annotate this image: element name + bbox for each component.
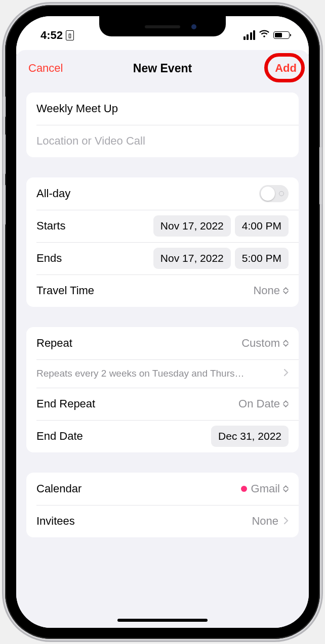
allday-toggle[interactable] <box>259 185 289 202</box>
end-repeat-value: On Date <box>238 397 280 410</box>
starts-time-picker[interactable]: 4:00 PM <box>235 215 289 237</box>
calendar-value: Gmail <box>251 482 280 495</box>
ends-label: Ends <box>36 252 62 265</box>
location-placeholder: Location or Video Call <box>36 134 145 148</box>
repeat-value: Custom <box>241 337 280 350</box>
allday-label: All-day <box>36 187 70 200</box>
starts-row: Starts Nov 17, 2022 4:00 PM <box>26 210 299 242</box>
invitees-row[interactable]: Invitees None <box>26 505 299 537</box>
time-group: All-day Starts Nov 17, 2022 4:00 PM Ends… <box>26 177 299 307</box>
title-location-group: Location or Video Call <box>26 93 299 157</box>
event-location-row[interactable]: Location or Video Call <box>26 125 299 157</box>
travel-time-value: None <box>253 284 280 297</box>
travel-time-label: Travel Time <box>36 284 94 297</box>
calendar-group: Calendar Gmail Invitees None <box>26 473 299 537</box>
cellular-icon <box>243 30 256 40</box>
invitees-label: Invitees <box>36 515 75 528</box>
status-left: 4:52 ▯ <box>40 29 74 42</box>
starts-date-picker[interactable]: Nov 17, 2022 <box>153 215 231 237</box>
allday-row[interactable]: All-day <box>26 177 299 210</box>
updown-icon <box>283 400 289 407</box>
volume-up-button <box>3 134 6 174</box>
calendar-label: Calendar <box>36 482 82 495</box>
battery-icon <box>273 31 290 39</box>
sheet-content[interactable]: Location or Video Call All-day Starts No… <box>16 86 309 537</box>
end-date-label: End Date <box>36 430 83 443</box>
calendar-color-dot <box>241 486 247 492</box>
updown-icon <box>283 485 289 492</box>
repeat-summary-row[interactable]: Repeats every 2 weeks on Tuesday and Thu… <box>26 359 299 388</box>
end-date-picker[interactable]: Dec 31, 2022 <box>211 426 289 447</box>
repeat-summary: Repeats every 2 weeks on Tuesday and Thu… <box>36 368 245 379</box>
repeat-label: Repeat <box>36 337 72 350</box>
volume-down-button <box>3 185 6 225</box>
ends-date-picker[interactable]: Nov 17, 2022 <box>153 248 231 269</box>
phone-frame: 4:52 ▯ Cancel New Event Add <box>5 5 320 639</box>
travel-time-row[interactable]: Travel Time None <box>26 274 299 307</box>
nav-bar: Cancel New Event Add <box>16 50 309 86</box>
power-button <box>319 147 322 205</box>
add-button[interactable]: Add <box>275 62 297 75</box>
repeat-row[interactable]: Repeat Custom <box>26 327 299 359</box>
updown-icon <box>283 287 289 294</box>
notch <box>99 16 226 36</box>
mute-switch <box>3 96 6 117</box>
status-time: 4:52 <box>40 29 63 42</box>
event-title-input[interactable] <box>36 102 289 115</box>
modal-sheet: Cancel New Event Add Location or Video C… <box>16 50 309 628</box>
starts-label: Starts <box>36 219 65 233</box>
calendar-row[interactable]: Calendar Gmail <box>26 473 299 505</box>
end-date-row: End Date Dec 31, 2022 <box>26 420 299 452</box>
screen: 4:52 ▯ Cancel New Event Add <box>16 16 309 628</box>
invitees-value: None <box>252 515 278 528</box>
end-repeat-label: End Repeat <box>36 397 95 410</box>
wifi-icon <box>259 28 270 42</box>
status-right <box>243 28 290 42</box>
end-repeat-row[interactable]: End Repeat On Date <box>26 388 299 420</box>
repeat-group: Repeat Custom Repeats every 2 weeks on T… <box>26 327 299 452</box>
home-indicator[interactable] <box>117 619 208 622</box>
updown-icon <box>283 340 289 347</box>
chevron-right-icon <box>283 368 289 379</box>
cancel-button[interactable]: Cancel <box>28 62 63 75</box>
ends-row: Ends Nov 17, 2022 5:00 PM <box>26 242 299 274</box>
sim-icon: ▯ <box>66 30 74 40</box>
chevron-right-icon <box>283 515 289 528</box>
ends-time-picker[interactable]: 5:00 PM <box>235 248 289 269</box>
event-title-row[interactable] <box>26 93 299 125</box>
